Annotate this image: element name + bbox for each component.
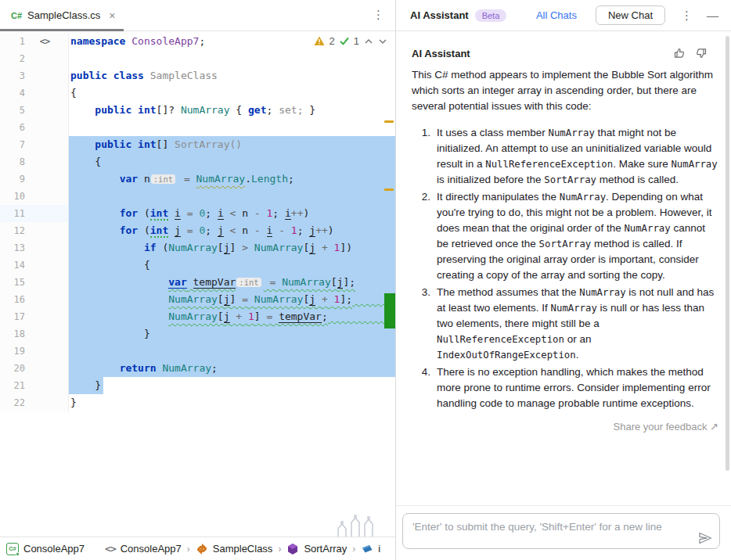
- scrollbar-warning-mark[interactable]: [384, 120, 394, 123]
- code-token: =: [187, 224, 193, 236]
- code-token: =: [242, 293, 248, 305]
- gutter-cell[interactable]: 3: [0, 67, 69, 84]
- code-text[interactable]: }: [69, 325, 395, 343]
- gutter-cell[interactable]: 10: [0, 188, 69, 205]
- kebab-menu-icon[interactable]: ⋮: [373, 8, 384, 22]
- code-line[interactable]: 13 if (NumArray[j] > NumArray[j + 1]): [0, 239, 395, 257]
- thumbs-down-icon[interactable]: [695, 47, 708, 59]
- code-text[interactable]: {: [69, 153, 395, 171]
- code-line[interactable]: 15 var tempVar:int = NumArray[j];: [0, 274, 395, 291]
- all-chats-link[interactable]: All Chats: [536, 9, 577, 21]
- code-text[interactable]: var n:int = NumArray.Length;: [69, 171, 395, 188]
- code-text[interactable]: public class SampleClass: [69, 67, 395, 84]
- gutter-cell[interactable]: 17: [0, 308, 69, 325]
- gutter-cell[interactable]: 5: [0, 102, 69, 119]
- code-text[interactable]: var tempVar:int = NumArray[j];: [69, 274, 395, 291]
- gutter-cell[interactable]: 21: [0, 377, 69, 394]
- gutter-cell[interactable]: 16: [0, 291, 69, 308]
- code-line[interactable]: 14 {: [0, 257, 395, 274]
- line-number: 3: [0, 67, 25, 84]
- code-line[interactable]: 11 for (int i = 0; i < n - 1; i++): [0, 205, 395, 222]
- close-icon[interactable]: ×: [109, 9, 115, 22]
- gutter-cell[interactable]: 6: [0, 119, 69, 136]
- code-text[interactable]: {: [69, 84, 395, 102]
- thumbs-up-icon[interactable]: [673, 47, 686, 59]
- gutter-cell[interactable]: 11: [0, 205, 69, 222]
- gutter-cell[interactable]: 18: [0, 325, 69, 343]
- code-token: j: [175, 224, 181, 237]
- code-text[interactable]: [69, 50, 395, 67]
- code-line[interactable]: 3public class SampleClass: [0, 67, 395, 84]
- gutter-cell[interactable]: 4: [0, 84, 69, 102]
- code-line[interactable]: 19: [0, 343, 395, 360]
- gutter-cell[interactable]: 14: [0, 257, 69, 274]
- gutter-cell[interactable]: 1<>: [0, 33, 69, 50]
- code-line[interactable]: 16 NumArray[j] = NumArray[j + 1];: [0, 291, 395, 308]
- gutter-spacer: [25, 377, 64, 394]
- breadcrumb-item-consoleapp7[interactable]: <>ConsoleApp7: [105, 543, 182, 555]
- gutter-cell[interactable]: 2: [0, 50, 69, 67]
- code-text[interactable]: return NumArray;: [69, 360, 395, 377]
- gutter-cell[interactable]: 7: [0, 136, 69, 153]
- share-feedback-link[interactable]: Share your feedback ↗: [614, 421, 719, 433]
- code-line[interactable]: 4{: [0, 84, 395, 102]
- tab-sampleclass[interactable]: C# SampleClass.cs ×: [0, 0, 123, 31]
- code-text[interactable]: public int[]? NumArray { get; set; }: [69, 102, 395, 119]
- send-icon[interactable]: [697, 531, 713, 545]
- code-text[interactable]: for (int i = 0; i < n - 1; i++): [69, 205, 395, 222]
- code-line[interactable]: 10: [0, 188, 395, 205]
- code-text[interactable]: NumArray[j] = NumArray[j + 1];: [69, 291, 395, 308]
- code-text[interactable]: {: [69, 257, 395, 274]
- code-token: [190, 173, 196, 185]
- inspections-widget[interactable]: 2 1: [314, 35, 387, 47]
- code-token: return: [120, 362, 157, 374]
- code-line[interactable]: 5 public int[]? NumArray { get; set; }: [0, 102, 395, 119]
- scrollbar-warning-mark[interactable]: [384, 188, 394, 191]
- code-text[interactable]: NumArray[j + 1] = tempVar;: [69, 308, 395, 325]
- gutter-cell[interactable]: 20: [0, 360, 69, 377]
- code-line[interactable]: 21 }: [0, 377, 395, 394]
- gutter-cell[interactable]: 9: [0, 171, 69, 188]
- code-token: get: [248, 104, 266, 116]
- code-line[interactable]: 20 return NumArray;: [0, 360, 395, 377]
- code-editor[interactable]: 1<>namespace ConsoleApp7;23public class …: [0, 31, 395, 537]
- code-line[interactable]: 12 for (int j = 0; j < n - i - 1; j++): [0, 222, 395, 239]
- code-text[interactable]: for (int j = 0; j < n - i - 1; j++): [69, 222, 395, 239]
- gutter-cell[interactable]: 12: [0, 222, 69, 239]
- code-token: [131, 138, 138, 150]
- minimize-icon[interactable]: —: [707, 9, 718, 22]
- code-line[interactable]: 22}: [0, 394, 395, 411]
- namespace-icon: <>: [105, 543, 116, 555]
- code-text[interactable]: }: [69, 394, 395, 411]
- gutter-cell[interactable]: 22: [0, 394, 69, 411]
- new-chat-button[interactable]: New Chat: [596, 5, 665, 25]
- code-line[interactable]: 6: [0, 119, 395, 136]
- next-issue-chevron-icon[interactable]: [378, 38, 387, 45]
- breadcrumb-item-sortarray[interactable]: SortArray: [286, 543, 347, 555]
- breadcrumb-item-i[interactable]: i: [361, 543, 380, 555]
- code-line[interactable]: 8 {: [0, 153, 395, 171]
- prev-issue-chevron-icon[interactable]: [364, 38, 373, 45]
- code-text[interactable]: }: [69, 377, 395, 394]
- code-text[interactable]: public int[] SortArray(): [69, 136, 395, 153]
- breadcrumb-project[interactable]: C# ConsoleApp7: [6, 543, 85, 555]
- code-line[interactable]: 7 public int[] SortArray(): [0, 136, 395, 153]
- code-text[interactable]: [69, 188, 395, 205]
- breadcrumb-label: SampleClass: [213, 543, 273, 555]
- kebab-menu-icon[interactable]: ⋮: [681, 9, 693, 23]
- code-text[interactable]: if (NumArray[j] > NumArray[j + 1]): [69, 239, 395, 257]
- scrollbar-thumb[interactable]: [726, 36, 729, 471]
- gutter-cell[interactable]: 19: [0, 343, 69, 360]
- code-line[interactable]: 2: [0, 50, 395, 67]
- scrollbar-change-mark[interactable]: [384, 293, 395, 328]
- gutter-cell[interactable]: 8: [0, 153, 69, 171]
- gutter-cell[interactable]: 13: [0, 239, 69, 257]
- breadcrumb-item-sampleclass[interactable]: SampleClass: [196, 543, 273, 555]
- code-line[interactable]: 9 var n:int = NumArray.Length;: [0, 171, 395, 188]
- code-line[interactable]: 18 }: [0, 325, 395, 343]
- code-text[interactable]: [69, 343, 395, 360]
- code-line[interactable]: 17 NumArray[j + 1] = tempVar;: [0, 308, 395, 325]
- chat-input[interactable]: [403, 514, 719, 548]
- code-text[interactable]: [69, 119, 395, 136]
- gutter-cell[interactable]: 15: [0, 274, 69, 291]
